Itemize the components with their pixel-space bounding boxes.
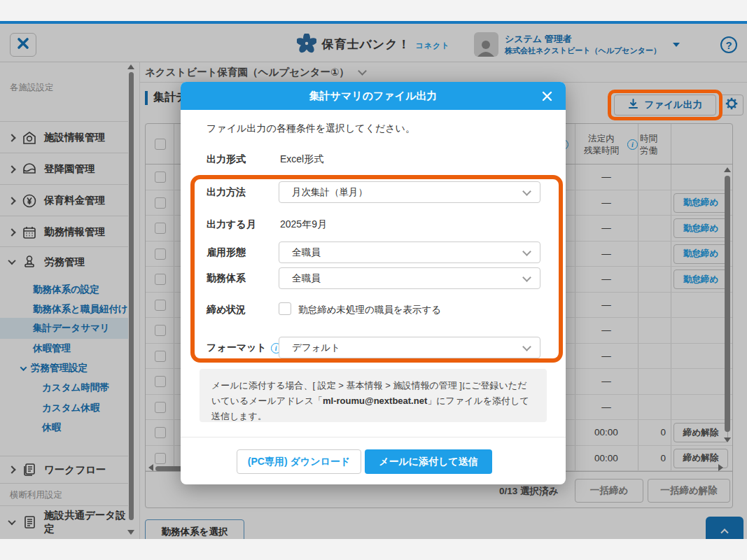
show-unprocessed-checkbox[interactable] bbox=[279, 302, 291, 315]
employment-type-label: 雇用形態 bbox=[207, 246, 246, 259]
chevron-down-icon bbox=[522, 342, 531, 351]
export-modal: 集計サマリのファイル出力 ファイル出力の各種条件を選択してください。 出力形式 … bbox=[181, 82, 566, 484]
output-format-value: Excel形式 bbox=[280, 153, 323, 166]
pc-download-button[interactable]: (PC専用) ダウンロード bbox=[237, 449, 361, 474]
output-month-label: 出力する月 bbox=[207, 218, 256, 231]
closing-status-label: 締め状況 bbox=[207, 304, 246, 316]
worksystem-label: 勤務体系 bbox=[207, 272, 246, 285]
output-method-select[interactable]: 月次集計（単月） bbox=[279, 181, 540, 203]
mail-note: メールに添付する場合、[ 設定 > 基本情報 > 施設情報の管理 ]にご登録いた… bbox=[200, 369, 547, 422]
modal-header: 集計サマリのファイル出力 bbox=[181, 82, 566, 110]
closing-checkbox-label: 勤怠締め未処理の職員を表示する bbox=[298, 304, 441, 316]
worksystem-select[interactable]: 全職員 bbox=[279, 267, 540, 289]
modal-title: 集計サマリのファイル出力 bbox=[309, 90, 438, 103]
mail-address: ml-roumu@nextbeat.net bbox=[323, 396, 427, 406]
divider bbox=[181, 437, 566, 438]
output-format-label: 出力形式 bbox=[207, 153, 246, 166]
chevron-down-icon bbox=[522, 247, 531, 256]
chevron-down-icon bbox=[522, 187, 531, 196]
modal-close-button[interactable] bbox=[539, 88, 554, 104]
app-window: 保育士バンク！ コネクト システム 管理者 株式会社ネクストビート（ヘルプセンタ… bbox=[0, 21, 747, 539]
employment-type-select[interactable]: 全職員 bbox=[279, 241, 540, 263]
output-method-label: 出力方法 bbox=[207, 186, 246, 199]
output-month-value: 2025年9月 bbox=[280, 218, 327, 231]
chevron-down-icon bbox=[522, 273, 531, 282]
format-select[interactable]: デフォルト bbox=[279, 337, 540, 358]
close-icon bbox=[542, 91, 552, 102]
modal-intro: ファイル出力の各種条件を選択してください。 bbox=[207, 122, 415, 135]
format-label-row: フォーマット i bbox=[207, 342, 281, 354]
send-mail-button[interactable]: メールに添付して送信 bbox=[365, 449, 492, 474]
